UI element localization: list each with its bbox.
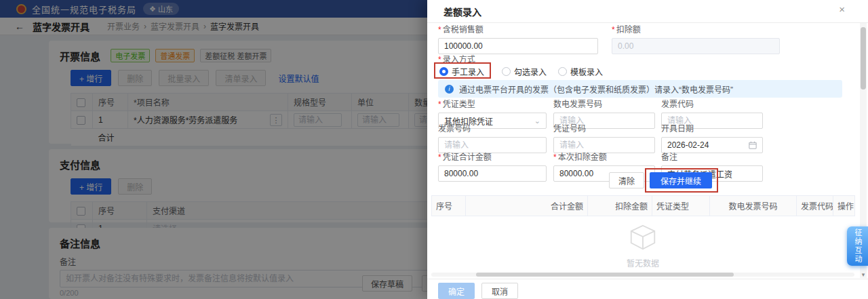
col-header-no: 序号 (432, 196, 466, 216)
clear-button[interactable]: 清除 (609, 172, 644, 188)
issue-date-label: 开具日期 (661, 122, 763, 134)
col-header-total-amount: 合计金额 (466, 196, 588, 216)
info-alert: i 通过电票平台开具的发票（包含电子发票和纸质发票）请录入“数电发票号码” (438, 80, 842, 98)
invoice-no-label: 发票号码 (438, 122, 547, 134)
deduction-amount-label: *扣除额 (612, 23, 780, 35)
tax-interaction-fab[interactable]: 征纳互动 (847, 226, 868, 266)
radio-icon (558, 67, 567, 76)
col-header-deduct-amount: 扣除金额 (588, 196, 652, 216)
col-header-voucher-type: 凭证类型 (652, 196, 710, 216)
col-header-digital-no: 数电发票号码 (710, 196, 797, 216)
digital-invoice-no-label: 数电发票号码 (553, 98, 655, 109)
radio-manual-entry[interactable]: 手工录入 (439, 66, 484, 77)
empty-text: 暂无数据 (431, 257, 854, 268)
empty-box-icon (628, 224, 658, 251)
alert-text: 通过电票平台开具的发票（包含电子发票和纸质发票）请录入“数电发票号码” (459, 83, 733, 95)
voucher-type-label: *凭证类型 (438, 98, 547, 109)
radio-template-entry[interactable]: 模板录入 (558, 66, 603, 77)
horizontal-scrollbar-thumb[interactable] (476, 273, 734, 277)
close-icon[interactable]: × (839, 4, 845, 14)
sales-amount-input[interactable] (438, 38, 598, 54)
col-header-invoice-code: 发票代码 (797, 196, 833, 216)
empty-state: 暂无数据 (431, 224, 854, 268)
screen: 全国统一规范电子税务局 ❖ 山东 ← 蓝字发票开具 开票业务 › 蓝字发票开具 … (0, 0, 868, 299)
sales-amount-label: *含税销售额 (438, 23, 598, 35)
scroll-down-icon[interactable]: ▾ (860, 271, 867, 278)
confirm-button[interactable]: 确定 (438, 283, 475, 299)
radio-selected-icon (439, 67, 448, 76)
radio-icon (502, 67, 511, 76)
voucher-no-label: 凭证号码 (553, 122, 655, 134)
col-header-actions: 操作 (833, 196, 855, 216)
save-and-continue-button[interactable]: 保存并继续 (650, 172, 712, 188)
modal-remark-label: 备注 (661, 151, 763, 162)
calendar-icon (749, 141, 757, 149)
info-icon: i (445, 85, 454, 94)
voucher-total-label: *凭证合计金额 (438, 151, 547, 162)
modal-title: 差额录入 (443, 5, 481, 18)
cancel-button[interactable]: 取消 (481, 283, 518, 299)
horizontal-scrollbar[interactable] (431, 273, 854, 277)
tax-interaction-label: 征纳互动 (854, 228, 861, 264)
deduction-amount-input (612, 38, 780, 54)
entry-mode-label: *录入方式 (438, 53, 475, 64)
radio-check-entry[interactable]: 勾选录入 (502, 66, 547, 77)
modal-header: 差额录入 (427, 0, 868, 23)
vertical-scrollbar-thumb[interactable] (861, 27, 866, 89)
deduction-vouchers-table: 序号 合计金额 扣除金额 凭证类型 数电发票号码 发票代码 操作 (431, 195, 855, 216)
modal-footer-divider (427, 279, 868, 279)
differential-entry-modal: 差额录入 × *含税销售额 *扣除额 *录入方式 手工录入 勾选录入 模板录入 … (427, 0, 868, 299)
current-deduction-label: *本次扣除金额 (553, 151, 655, 162)
voucher-total-input[interactable] (438, 165, 547, 182)
invoice-code-label: 发票代码 (661, 98, 763, 109)
